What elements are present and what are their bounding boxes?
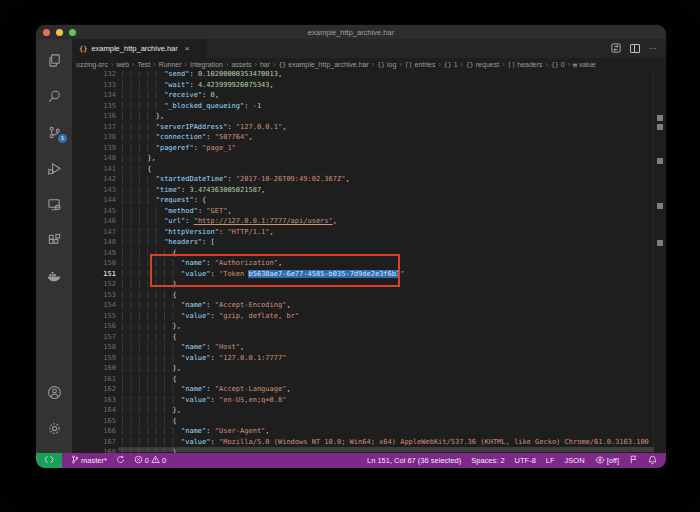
feedback-status[interactable] [629, 455, 638, 466]
problems-status[interactable]: 0 0 [134, 455, 166, 466]
code-line[interactable]: "httpVersion": "HTTP/1.1", [122, 227, 653, 238]
line-number[interactable]: 134 [72, 90, 116, 101]
code-line[interactable]: }, [122, 279, 653, 290]
encoding-status[interactable]: UTF-8 [515, 456, 536, 465]
code-line[interactable]: { [122, 248, 653, 259]
tab-close-icon[interactable]: × [185, 44, 190, 53]
line-number[interactable]: 154 [72, 300, 116, 311]
line-number[interactable]: 133 [72, 80, 116, 91]
line-number[interactable]: 132 [72, 71, 116, 80]
remote-indicator[interactable] [36, 453, 62, 468]
breadcrumb-item[interactable]: uzzing-src [76, 61, 108, 68]
open-changes-icon[interactable] [611, 43, 621, 55]
code-line[interactable]: }, [122, 153, 653, 164]
code-line[interactable]: "value": "gzip, deflate, br" [122, 311, 653, 322]
more-actions-icon[interactable]: ··· [649, 45, 657, 53]
zoom-window-button[interactable] [69, 29, 76, 36]
line-number[interactable]: 159 [72, 353, 116, 364]
line-number[interactable]: 160 [72, 363, 116, 374]
code-line[interactable]: "request": { [122, 195, 653, 206]
line-number[interactable]: 149 [72, 248, 116, 259]
breadcrumb-item[interactable]: {}request [466, 61, 499, 69]
breadcrumb-item[interactable]: {}1 [444, 61, 458, 69]
line-number[interactable]: 148 [72, 237, 116, 248]
line-number[interactable]: 136 [72, 111, 116, 122]
line-number[interactable]: 139 [72, 143, 116, 154]
code-line[interactable]: "pageref": "page_1" [122, 143, 653, 154]
code-line[interactable]: "send": 0.10200000353470013, [122, 71, 653, 80]
remote-explorer-icon[interactable] [41, 191, 67, 217]
account-icon[interactable] [41, 379, 67, 405]
code-line[interactable]: "time": 3.474363005021587, [122, 185, 653, 196]
breadcrumb-item[interactable]: []headers [507, 61, 542, 69]
code-line[interactable]: "name": "Authorization", [122, 258, 653, 269]
breadcrumb-item[interactable]: ▤value [573, 61, 596, 69]
line-number[interactable]: 155 [72, 311, 116, 322]
code-line[interactable]: "wait": 4.423999926075343, [122, 80, 653, 91]
code-line[interactable]: { [122, 416, 653, 427]
code-line[interactable]: "value": "127.0.0.1:7777" [122, 353, 653, 364]
line-number[interactable]: 135 [72, 101, 116, 112]
breadcrumb-item[interactable]: Integration [190, 61, 223, 68]
line-number[interactable]: 138 [72, 132, 116, 143]
settings-gear-icon[interactable] [41, 415, 67, 441]
code-line[interactable]: "name": "Host", [122, 342, 653, 353]
breadcrumb-item[interactable]: Runner [159, 61, 182, 68]
code-line[interactable]: "headers": [ [122, 237, 653, 248]
editor[interactable]: 1321331341351361371381391401411421431441… [72, 71, 666, 453]
sync-status[interactable] [116, 455, 125, 466]
line-number-gutter[interactable]: 1321331341351361371381391401411421431441… [72, 71, 118, 453]
indentation-status[interactable]: Spaces: 2 [471, 456, 504, 465]
code-line[interactable]: "value": "Mozilla/5.0 (Windows NT 10.0; … [122, 437, 653, 448]
code-line[interactable]: "receive": 0, [122, 90, 653, 101]
code-line[interactable]: }, [122, 111, 653, 122]
code-line[interactable]: "url": "http://127.0.0.1:7777/api/users"… [122, 216, 653, 227]
minimize-window-button[interactable] [56, 29, 63, 36]
code-line[interactable]: }, [122, 321, 653, 332]
line-number[interactable]: 143 [72, 185, 116, 196]
line-number[interactable]: 166 [72, 426, 116, 437]
breadcrumb-item[interactable]: web [116, 61, 129, 68]
line-number[interactable]: 163 [72, 395, 116, 406]
line-number[interactable]: 162 [72, 384, 116, 395]
code-line[interactable]: "_blocked_queueing": -1 [122, 101, 653, 112]
horizontal-scrollbar[interactable] [118, 447, 654, 452]
line-number[interactable]: 156 [72, 321, 116, 332]
line-number[interactable]: 137 [72, 122, 116, 133]
extensions-icon[interactable] [41, 227, 67, 253]
line-number[interactable]: 161 [72, 374, 116, 385]
code-line[interactable]: { [122, 290, 653, 301]
code-line[interactable]: "method": "GET", [122, 206, 653, 217]
docker-icon[interactable] [41, 263, 67, 289]
breadcrumb-item[interactable]: {}log [377, 61, 396, 69]
run-debug-icon[interactable] [41, 155, 67, 181]
language-mode-status[interactable]: JSON [565, 456, 585, 465]
code-line[interactable]: { [122, 374, 653, 385]
code-line[interactable]: "name": "Accept-Encoding", [122, 300, 653, 311]
overview-ruler-scrollbar[interactable] [653, 71, 666, 453]
line-number[interactable]: 144 [72, 195, 116, 206]
line-number[interactable]: 150 [72, 258, 116, 269]
breadcrumb-item[interactable]: {}0 [551, 61, 565, 69]
line-number[interactable]: 146 [72, 216, 116, 227]
explorer-icon[interactable] [41, 47, 67, 73]
code-line[interactable]: "value": "Token b5638ae7-6e77-4585-b035-… [122, 269, 653, 280]
code-line[interactable]: "value": "en-US,en;q=0.8" [122, 395, 653, 406]
code-line[interactable]: { [122, 164, 653, 175]
line-number[interactable]: 145 [72, 206, 116, 217]
git-branch-status[interactable]: master* [71, 455, 107, 466]
source-control-icon[interactable]: 1 [41, 119, 67, 145]
code-area[interactable]: "send": 0.10200000353470013, "wait": 4.4… [118, 71, 653, 453]
search-icon[interactable] [41, 83, 67, 109]
line-number[interactable]: 147 [72, 227, 116, 238]
breadcrumb-item[interactable]: []entries [405, 61, 436, 69]
line-number[interactable]: 151 [72, 269, 116, 280]
breadcrumb-item[interactable]: {}example_http_archive.har [278, 61, 368, 69]
code-line[interactable]: "startedDateTime": "2017-10-26T09:49:02.… [122, 174, 653, 185]
line-number[interactable]: 141 [72, 164, 116, 175]
code-line[interactable]: "connection": "507764", [122, 132, 653, 143]
line-number[interactable]: 167 [72, 437, 116, 448]
code-line[interactable]: "name": "User-Agent", [122, 426, 653, 437]
line-number[interactable]: 165 [72, 416, 116, 427]
code-line[interactable]: { [122, 332, 653, 343]
